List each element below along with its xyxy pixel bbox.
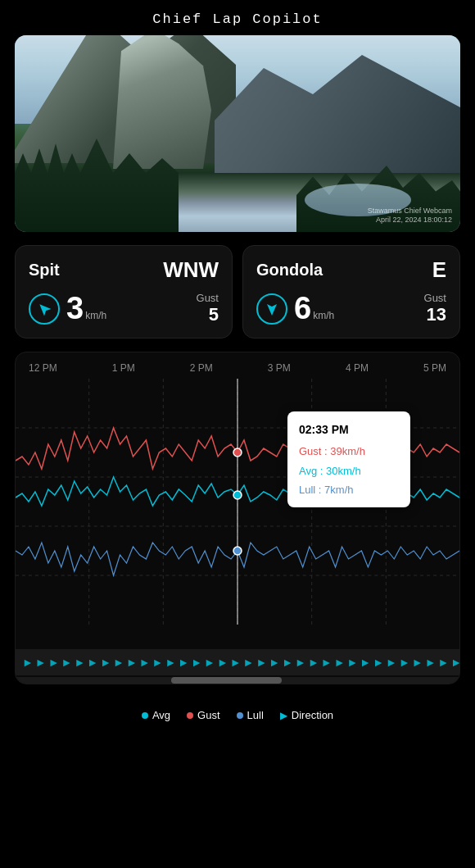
svg-point-12 — [233, 448, 242, 457]
wind-card-gondola: Gondola E 6 km/h Gust 13 — [242, 245, 460, 339]
direction-strip: ► ► ► ► ► ► ► ► ► ► ► ► ► ► ► ► ► ► ► ► … — [16, 649, 459, 675]
legend-gust-label: Gust — [197, 709, 219, 721]
gust-value-gondola: 13 — [424, 304, 446, 325]
camera-view: Stawamus Chief Webcam April 22, 2024 18:… — [15, 35, 460, 232]
legend-gust: Gust — [187, 709, 219, 721]
time-label-3: 3 PM — [268, 362, 291, 374]
wind-arrow-spit — [29, 293, 60, 325]
station-name-gondola: Gondola — [256, 261, 323, 279]
camera-label: Stawamus Chief Webcam April 22, 2024 18:… — [368, 207, 452, 225]
legend-gust-dot — [187, 712, 193, 719]
chart-legend: Avg Gust Lull ▶ Direction — [0, 698, 475, 734]
legend-direction: ▶ Direction — [280, 709, 333, 721]
wind-chart[interactable]: 12 PM 1 PM 2 PM 3 PM 4 PM 5 PM — [15, 352, 460, 684]
wind-unit-spit: km/h — [85, 310, 106, 321]
svg-marker-0 — [36, 301, 51, 316]
time-label-0: 12 PM — [29, 362, 57, 374]
wind-speed-spit: 3 — [66, 291, 84, 326]
legend-lull-label: Lull — [247, 709, 264, 721]
legend-avg: Avg — [142, 709, 170, 721]
svg-marker-1 — [267, 304, 277, 316]
svg-point-13 — [233, 491, 242, 499]
chart-area[interactable]: 02:33 PM Gust : 39km/h Avg : 30km/h Lull… — [16, 379, 459, 649]
direction-icon: ▶ — [280, 710, 287, 721]
wind-unit-gondola: km/h — [313, 310, 334, 321]
svg-point-14 — [233, 547, 242, 555]
gust-label-gondola: Gust — [424, 292, 446, 304]
chart-scrollbar[interactable] — [16, 677, 459, 684]
legend-avg-label: Avg — [152, 709, 170, 721]
legend-avg-dot — [142, 712, 148, 719]
legend-lull: Lull — [237, 709, 264, 721]
time-axis: 12 PM 1 PM 2 PM 3 PM 4 PM 5 PM — [16, 362, 459, 374]
wind-card-spit: Spit WNW 3 km/h Gust 5 — [15, 245, 233, 339]
wind-cards: Spit WNW 3 km/h Gust 5 — [15, 245, 460, 339]
dir-arrow: ► — [22, 656, 34, 669]
scroll-thumb[interactable] — [171, 677, 283, 684]
time-label-1: 1 PM — [112, 362, 135, 374]
wind-arrow-gondola — [256, 293, 287, 325]
wind-direction-spit: WNW — [163, 257, 219, 283]
wind-direction-gondola: E — [432, 257, 446, 283]
time-label-4: 4 PM — [346, 362, 369, 374]
legend-direction-label: Direction — [292, 709, 333, 721]
app-title: Chief Lap Copilot — [0, 0, 475, 35]
station-name-spit: Spit — [29, 261, 60, 279]
time-label-5: 5 PM — [423, 362, 446, 374]
gust-label-spit: Gust — [197, 292, 219, 304]
legend-lull-dot — [237, 712, 243, 719]
gust-value-spit: 5 — [197, 304, 219, 325]
time-label-2: 2 PM — [190, 362, 213, 374]
wind-speed-gondola: 6 — [294, 291, 311, 326]
